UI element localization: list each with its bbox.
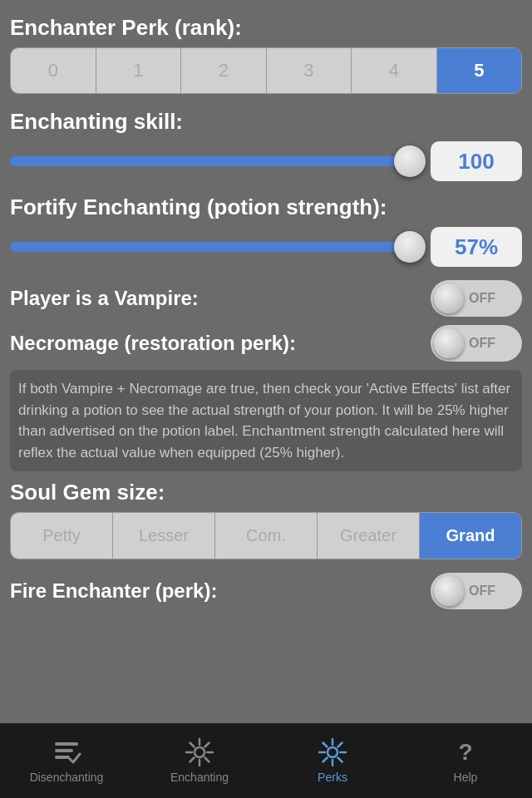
svg-line-17 bbox=[323, 743, 328, 747]
tab-help-label: Help bbox=[454, 771, 478, 784]
vampire-label: Player is a Vampire: bbox=[10, 287, 199, 310]
soul-gem-selector: Petty Lesser Com. Greater Grand bbox=[10, 512, 522, 559]
soul-btn-grand[interactable]: Grand bbox=[420, 513, 521, 559]
necromage-toggle[interactable]: OFF bbox=[431, 325, 522, 362]
svg-line-18 bbox=[338, 758, 342, 762]
enchanting-skill-thumb[interactable] bbox=[394, 145, 426, 177]
rank-btn-4[interactable]: 4 bbox=[352, 48, 437, 93]
fire-enchanter-toggle-circle bbox=[434, 576, 464, 606]
svg-rect-1 bbox=[55, 749, 73, 752]
svg-rect-0 bbox=[55, 742, 78, 746]
rank-btn-3[interactable]: 3 bbox=[267, 48, 352, 93]
fire-enchanter-toggle[interactable]: OFF bbox=[431, 573, 522, 609]
tab-perks-label: Perks bbox=[318, 771, 347, 784]
svg-line-10 bbox=[205, 743, 209, 747]
fortify-enchanting-label: Fortify Enchanting (potion strength): bbox=[10, 195, 522, 220]
tab-perks[interactable]: Perks bbox=[266, 723, 399, 798]
enchanting-icon bbox=[185, 737, 214, 767]
rank-btn-0[interactable]: 0 bbox=[11, 48, 96, 93]
help-icon: ? bbox=[451, 737, 480, 767]
enchanter-perk-label: Enchanter Perk (rank): bbox=[10, 15, 522, 41]
soul-btn-greater[interactable]: Greater bbox=[318, 513, 420, 559]
tab-enchanting-label: Enchanting bbox=[170, 771, 229, 784]
soul-btn-petty[interactable]: Petty bbox=[11, 513, 113, 559]
vampire-toggle-circle bbox=[434, 283, 464, 313]
fire-enchanter-label: Fire Enchanter (perk): bbox=[10, 579, 217, 603]
tab-bar: Disenchanting Enchanting bbox=[0, 723, 532, 798]
necromage-toggle-text: OFF bbox=[469, 336, 495, 351]
tab-disenchanting-label: Disenchanting bbox=[30, 771, 104, 784]
soul-btn-com[interactable]: Com. bbox=[215, 513, 318, 559]
svg-line-8 bbox=[190, 743, 195, 747]
disenchanting-icon bbox=[52, 737, 81, 767]
necromage-row: Necromage (restoration perk): OFF bbox=[10, 325, 522, 362]
fortify-enchanting-slider-container: 57% bbox=[10, 227, 522, 267]
svg-line-19 bbox=[338, 743, 342, 747]
rank-btn-5[interactable]: 5 bbox=[437, 48, 522, 93]
necromage-label: Necromage (restoration perk): bbox=[10, 332, 296, 355]
perks-icon bbox=[318, 737, 347, 767]
rank-selector: 0 1 2 3 4 5 bbox=[10, 47, 522, 94]
enchanting-skill-value[interactable]: 100 bbox=[431, 141, 522, 181]
fortify-enchanting-slider[interactable] bbox=[10, 233, 421, 261]
svg-line-11 bbox=[190, 758, 195, 762]
soul-btn-lesser[interactable]: Lesser bbox=[113, 513, 215, 559]
necromage-toggle-circle bbox=[434, 328, 464, 358]
enchanting-skill-slider-container: 100 bbox=[10, 141, 522, 181]
fortify-enchanting-section: Fortify Enchanting (potion strength): 57… bbox=[10, 195, 522, 267]
vampire-toggle-text: OFF bbox=[469, 291, 495, 306]
vampire-toggle[interactable]: OFF bbox=[431, 280, 522, 317]
fire-enchanter-row: Fire Enchanter (perk): OFF bbox=[10, 573, 522, 609]
main-content: Enchanter Perk (rank): 0 1 2 3 4 5 Encha… bbox=[0, 0, 532, 723]
fortify-enchanting-thumb[interactable] bbox=[394, 231, 426, 263]
tab-disenchanting[interactable]: Disenchanting bbox=[0, 723, 133, 798]
svg-line-20 bbox=[323, 758, 328, 762]
rank-btn-1[interactable]: 1 bbox=[96, 48, 182, 93]
soul-gem-label: Soul Gem size: bbox=[10, 480, 522, 505]
vampire-row: Player is a Vampire: OFF bbox=[10, 280, 522, 317]
tab-help[interactable]: ? Help bbox=[399, 723, 532, 798]
info-text: If both Vampire + Necromage are true, th… bbox=[10, 370, 522, 471]
enchanting-skill-slider[interactable] bbox=[10, 147, 421, 175]
tab-enchanting[interactable]: Enchanting bbox=[133, 723, 266, 798]
svg-point-3 bbox=[195, 747, 204, 757]
fortify-enchanting-value[interactable]: 57% bbox=[431, 227, 522, 267]
enchanting-skill-section: Enchanting skill: 100 bbox=[10, 109, 522, 181]
rank-btn-2[interactable]: 2 bbox=[181, 48, 267, 93]
svg-rect-2 bbox=[55, 756, 70, 759]
fire-enchanter-toggle-text: OFF bbox=[469, 584, 495, 598]
svg-line-9 bbox=[205, 758, 209, 762]
enchanting-skill-label: Enchanting skill: bbox=[10, 109, 522, 135]
svg-point-12 bbox=[328, 747, 337, 757]
